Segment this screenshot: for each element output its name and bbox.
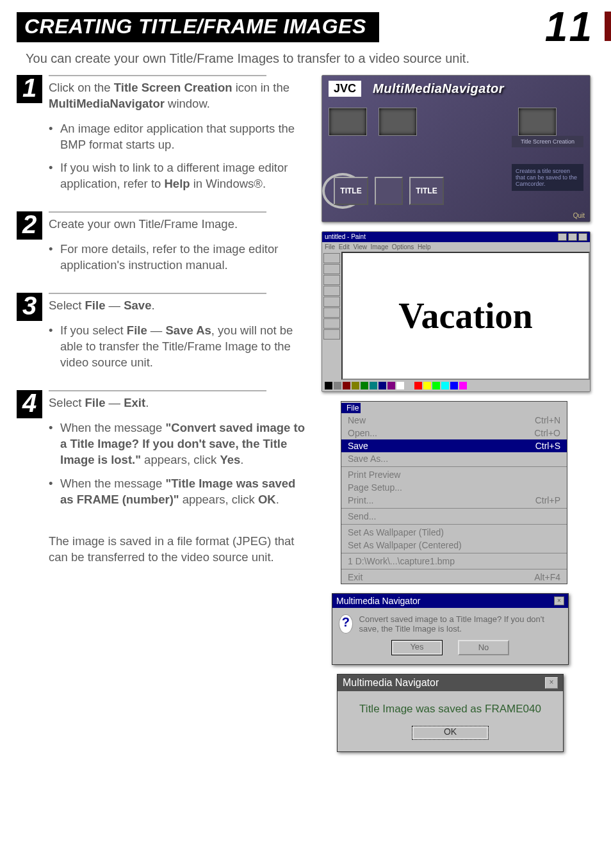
file-menu-item[interactable]: Print Preview — [341, 468, 567, 481]
file-menu-item[interactable]: Open...Ctrl+O — [341, 427, 567, 439]
page-number: 11 — [545, 9, 594, 46]
step-4-closing: The image is saved in a file format (JPE… — [49, 534, 306, 566]
paint-menubar[interactable]: File Edit View Image Options Help — [322, 242, 590, 252]
file-menu-label[interactable]: File — [341, 403, 361, 413]
paint-titlebar: untitled - Paint — [322, 232, 590, 242]
ok-button[interactable]: OK — [412, 726, 489, 740]
multimedia-navigator-window: JVC MultiMediaNavigator Title Screen Cre… — [322, 75, 591, 222]
no-button[interactable]: No — [458, 640, 509, 655]
step-4-number: 4 — [17, 390, 42, 418]
paint-window: untitled - Paint File Edit View Image Op… — [322, 231, 591, 392]
step-divider — [49, 211, 266, 213]
step-1-number: 1 — [17, 75, 42, 103]
album-button[interactable] — [379, 108, 417, 136]
file-menu-item[interactable]: Page Setup... — [341, 481, 567, 494]
page-title: CREATING TITLE/FRAME IMAGES — [17, 12, 379, 42]
file-menu-item[interactable]: Set As Wallpaper (Centered) — [341, 539, 567, 552]
step-3-bullet-1: If you select File — Save As, you will n… — [49, 323, 306, 371]
dialog-title: Multimedia Navigator — [336, 596, 421, 606]
video-producer-button[interactable] — [375, 177, 403, 205]
jvc-logo: JVC — [329, 81, 361, 97]
file-menu-item[interactable]: SaveCtrl+S — [341, 439, 567, 452]
step-3-lead: Select File — Save. — [49, 298, 306, 314]
step-4-bullet-1: When the message "Convert saved image to… — [49, 420, 306, 468]
mmn-title: MultiMediaNavigator — [373, 81, 504, 96]
step-3-number: 3 — [17, 293, 42, 321]
capture-button[interactable] — [518, 108, 557, 136]
step-divider — [49, 390, 266, 391]
page-edge-marker — [605, 12, 611, 41]
file-menu-item[interactable]: Send... — [341, 510, 567, 523]
paint-color-palette[interactable] — [322, 380, 590, 391]
dialog-title: Multimedia Navigator — [343, 677, 439, 689]
paint-toolbox[interactable] — [322, 252, 341, 380]
mmn-info-text: Creates a title screen that can be saved… — [512, 164, 583, 191]
intro-text: You can create your own Title/Frame Imag… — [26, 51, 594, 66]
step-1-bullet-2: If you wish to link to a different image… — [49, 160, 306, 192]
minimize-button[interactable] — [558, 233, 567, 241]
question-icon: ? — [339, 614, 353, 634]
maximize-button[interactable] — [568, 233, 577, 241]
title-screen-creation-label: Title Screen Creation — [512, 136, 583, 147]
step-2-bullet-1: For more details, refer to the image edi… — [49, 242, 306, 274]
title-button-1[interactable]: TITLE — [334, 177, 368, 205]
saved-dialog: Multimedia Navigator × Title Image was s… — [337, 674, 564, 752]
dialog-message: Convert saved image to a Title Image? If… — [359, 614, 562, 634]
file-menu-item[interactable]: Print...Ctrl+P — [341, 494, 567, 507]
file-menu-item[interactable]: Save As... — [341, 452, 567, 465]
step-divider — [49, 293, 266, 294]
dialog-message: Title Image was saved as FRAME040 — [338, 691, 563, 722]
title-button-2[interactable]: TITLE — [409, 177, 444, 205]
step-2-number: 2 — [17, 211, 42, 240]
file-menu-item[interactable]: ExitAlt+F4 — [341, 571, 567, 584]
file-menu-item[interactable]: Set As Wallpaper (Tiled) — [341, 526, 567, 539]
close-icon[interactable]: × — [545, 677, 558, 689]
quit-button[interactable]: Quit — [573, 212, 585, 219]
step-2-lead: Create your own Title/Frame Image. — [49, 217, 306, 233]
picture-navigator-button[interactable] — [329, 108, 367, 136]
yes-button[interactable]: Yes — [391, 640, 443, 655]
step-1-lead: Click on the Title Screen Creation icon … — [49, 80, 306, 112]
step-4-lead: Select File — Exit. — [49, 395, 306, 411]
file-menu: File NewCtrl+NOpen...Ctrl+OSaveCtrl+SSav… — [341, 401, 567, 584]
file-menu-item[interactable]: 1 D:\Work\...\capture1.bmp — [341, 555, 567, 568]
step-4-bullet-2: When the message "Title Image was saved … — [49, 476, 306, 508]
file-menu-item[interactable]: NewCtrl+N — [341, 414, 567, 427]
paint-canvas[interactable]: Vacation — [341, 252, 590, 380]
convert-dialog: Multimedia Navigator × ? Convert saved i… — [332, 593, 569, 665]
close-button[interactable] — [578, 233, 587, 241]
step-divider — [49, 75, 266, 76]
step-1-bullet-1: An image editor application that support… — [49, 121, 306, 153]
close-icon[interactable]: × — [554, 596, 564, 605]
